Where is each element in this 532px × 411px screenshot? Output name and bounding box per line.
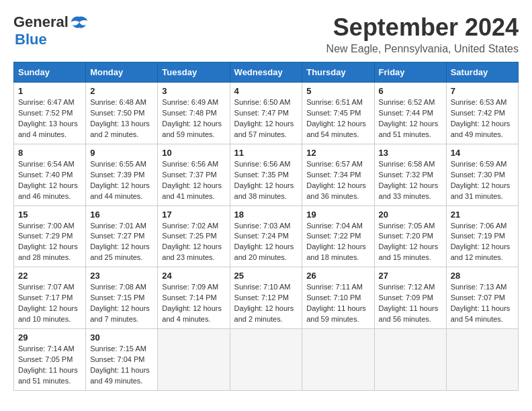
calendar-cell: 6Sunrise: 6:52 AMSunset: 7:44 PMDaylight… — [374, 83, 446, 144]
day-number: 17 — [162, 210, 225, 220]
week-row-2: 8Sunrise: 6:54 AMSunset: 7:40 PMDaylight… — [14, 144, 519, 205]
day-info: Sunrise: 6:57 AMSunset: 7:34 PMDaylight:… — [306, 159, 369, 202]
logo: General Blue — [13, 13, 89, 48]
calendar-cell — [302, 329, 374, 391]
logo-blue-text: Blue — [15, 31, 47, 48]
header-day-friday: Friday — [374, 62, 446, 83]
day-info: Sunrise: 7:06 AMSunset: 7:19 PMDaylight:… — [451, 221, 514, 264]
day-info: Sunrise: 7:09 AMSunset: 7:14 PMDaylight:… — [162, 282, 225, 325]
day-number: 22 — [18, 271, 81, 281]
day-info: Sunrise: 7:15 AMSunset: 7:04 PMDaylight:… — [90, 344, 153, 387]
day-number: 18 — [234, 210, 298, 220]
calendar-body: 1Sunrise: 6:47 AMSunset: 7:52 PMDaylight… — [14, 83, 519, 391]
calendar-cell: 19Sunrise: 7:04 AMSunset: 7:22 PMDayligh… — [302, 205, 374, 267]
day-info: Sunrise: 6:53 AMSunset: 7:42 PMDaylight:… — [451, 97, 514, 140]
day-number: 13 — [379, 148, 442, 158]
day-number: 21 — [451, 210, 514, 220]
day-info: Sunrise: 7:12 AMSunset: 7:09 PMDaylight:… — [379, 282, 442, 325]
day-number: 15 — [18, 210, 81, 220]
day-info: Sunrise: 6:55 AMSunset: 7:39 PMDaylight:… — [90, 159, 153, 202]
day-number: 27 — [379, 271, 442, 281]
day-number: 28 — [451, 271, 514, 281]
calendar-cell: 24Sunrise: 7:09 AMSunset: 7:14 PMDayligh… — [158, 267, 230, 329]
calendar-cell: 7Sunrise: 6:53 AMSunset: 7:42 PMDaylight… — [446, 83, 518, 144]
calendar-cell: 8Sunrise: 6:54 AMSunset: 7:40 PMDaylight… — [14, 144, 86, 205]
calendar-table: SundayMondayTuesdayWednesdayThursdayFrid… — [13, 62, 519, 391]
calendar-cell: 28Sunrise: 7:13 AMSunset: 7:07 PMDayligh… — [446, 267, 518, 329]
day-number: 25 — [234, 271, 298, 281]
calendar-cell: 21Sunrise: 7:06 AMSunset: 7:19 PMDayligh… — [446, 205, 518, 267]
day-info: Sunrise: 6:48 AMSunset: 7:50 PMDaylight:… — [90, 97, 153, 140]
calendar-cell: 1Sunrise: 6:47 AMSunset: 7:52 PMDaylight… — [14, 83, 86, 144]
day-info: Sunrise: 7:08 AMSunset: 7:15 PMDaylight:… — [90, 282, 153, 325]
day-number: 20 — [379, 210, 442, 220]
calendar-cell: 27Sunrise: 7:12 AMSunset: 7:09 PMDayligh… — [374, 267, 446, 329]
day-number: 24 — [162, 271, 225, 281]
calendar-cell — [446, 329, 518, 391]
calendar-cell: 9Sunrise: 6:55 AMSunset: 7:39 PMDaylight… — [86, 144, 158, 205]
day-info: Sunrise: 6:52 AMSunset: 7:44 PMDaylight:… — [379, 97, 442, 140]
location-title: New Eagle, Pennsylvania, United States — [326, 43, 519, 55]
day-number: 26 — [306, 271, 369, 281]
calendar-cell: 2Sunrise: 6:48 AMSunset: 7:50 PMDaylight… — [86, 83, 158, 144]
day-info: Sunrise: 6:59 AMSunset: 7:30 PMDaylight:… — [451, 159, 514, 202]
logo-text: General — [13, 13, 89, 31]
day-number: 23 — [90, 271, 153, 281]
week-row-4: 22Sunrise: 7:07 AMSunset: 7:17 PMDayligh… — [14, 267, 519, 329]
calendar-cell — [158, 329, 230, 391]
day-info: Sunrise: 6:51 AMSunset: 7:45 PMDaylight:… — [306, 97, 369, 140]
header: General Blue September 2024 New Eagle, P… — [13, 13, 519, 55]
calendar-cell: 20Sunrise: 7:05 AMSunset: 7:20 PMDayligh… — [374, 205, 446, 267]
calendar-cell: 22Sunrise: 7:07 AMSunset: 7:17 PMDayligh… — [14, 267, 86, 329]
calendar-cell: 18Sunrise: 7:03 AMSunset: 7:24 PMDayligh… — [230, 205, 302, 267]
calendar-cell: 4Sunrise: 6:50 AMSunset: 7:47 PMDaylight… — [230, 83, 302, 144]
month-title: September 2024 — [326, 13, 519, 42]
header-day-sunday: Sunday — [14, 62, 86, 83]
calendar-cell: 30Sunrise: 7:15 AMSunset: 7:04 PMDayligh… — [86, 329, 158, 391]
calendar-cell: 14Sunrise: 6:59 AMSunset: 7:30 PMDayligh… — [446, 144, 518, 205]
week-row-3: 15Sunrise: 7:00 AMSunset: 7:29 PMDayligh… — [14, 205, 519, 267]
day-number: 6 — [379, 86, 442, 96]
day-number: 2 — [90, 86, 153, 96]
day-info: Sunrise: 7:02 AMSunset: 7:25 PMDaylight:… — [162, 221, 225, 264]
calendar-cell: 13Sunrise: 6:58 AMSunset: 7:32 PMDayligh… — [374, 144, 446, 205]
calendar-cell: 15Sunrise: 7:00 AMSunset: 7:29 PMDayligh… — [14, 205, 86, 267]
calendar-cell: 3Sunrise: 6:49 AMSunset: 7:48 PMDaylight… — [158, 83, 230, 144]
day-info: Sunrise: 7:07 AMSunset: 7:17 PMDaylight:… — [18, 282, 81, 325]
day-number: 1 — [18, 86, 81, 96]
week-row-1: 1Sunrise: 6:47 AMSunset: 7:52 PMDaylight… — [14, 83, 519, 144]
calendar-cell: 17Sunrise: 7:02 AMSunset: 7:25 PMDayligh… — [158, 205, 230, 267]
calendar-cell — [230, 329, 302, 391]
day-info: Sunrise: 6:56 AMSunset: 7:37 PMDaylight:… — [162, 159, 225, 202]
day-number: 7 — [451, 86, 514, 96]
day-number: 14 — [451, 148, 514, 158]
day-number: 9 — [90, 148, 153, 158]
logo-bird-icon — [70, 15, 89, 30]
calendar-cell: 5Sunrise: 6:51 AMSunset: 7:45 PMDaylight… — [302, 83, 374, 144]
day-info: Sunrise: 6:58 AMSunset: 7:32 PMDaylight:… — [379, 159, 442, 202]
day-number: 4 — [234, 86, 298, 96]
day-number: 11 — [234, 148, 298, 158]
day-number: 16 — [90, 210, 153, 220]
day-number: 10 — [162, 148, 225, 158]
day-info: Sunrise: 6:50 AMSunset: 7:47 PMDaylight:… — [234, 97, 298, 140]
day-number: 3 — [162, 86, 225, 96]
calendar-cell: 29Sunrise: 7:14 AMSunset: 7:05 PMDayligh… — [14, 329, 86, 391]
day-info: Sunrise: 6:49 AMSunset: 7:48 PMDaylight:… — [162, 97, 225, 140]
header-day-wednesday: Wednesday — [230, 62, 302, 83]
day-info: Sunrise: 7:05 AMSunset: 7:20 PMDaylight:… — [379, 221, 442, 264]
calendar-cell: 12Sunrise: 6:57 AMSunset: 7:34 PMDayligh… — [302, 144, 374, 205]
calendar-header: SundayMondayTuesdayWednesdayThursdayFrid… — [14, 62, 519, 83]
calendar-cell: 25Sunrise: 7:10 AMSunset: 7:12 PMDayligh… — [230, 267, 302, 329]
day-number: 8 — [18, 148, 81, 158]
day-info: Sunrise: 7:01 AMSunset: 7:27 PMDaylight:… — [90, 221, 153, 264]
day-info: Sunrise: 7:10 AMSunset: 7:12 PMDaylight:… — [234, 282, 298, 325]
calendar-cell: 11Sunrise: 6:56 AMSunset: 7:35 PMDayligh… — [230, 144, 302, 205]
header-row: SundayMondayTuesdayWednesdayThursdayFrid… — [14, 62, 519, 83]
day-number: 19 — [306, 210, 369, 220]
day-info: Sunrise: 6:47 AMSunset: 7:52 PMDaylight:… — [18, 97, 81, 140]
day-info: Sunrise: 7:14 AMSunset: 7:05 PMDaylight:… — [18, 344, 81, 387]
day-info: Sunrise: 7:13 AMSunset: 7:07 PMDaylight:… — [451, 282, 514, 325]
title-area: September 2024 New Eagle, Pennsylvania, … — [326, 13, 519, 55]
calendar-cell: 16Sunrise: 7:01 AMSunset: 7:27 PMDayligh… — [86, 205, 158, 267]
